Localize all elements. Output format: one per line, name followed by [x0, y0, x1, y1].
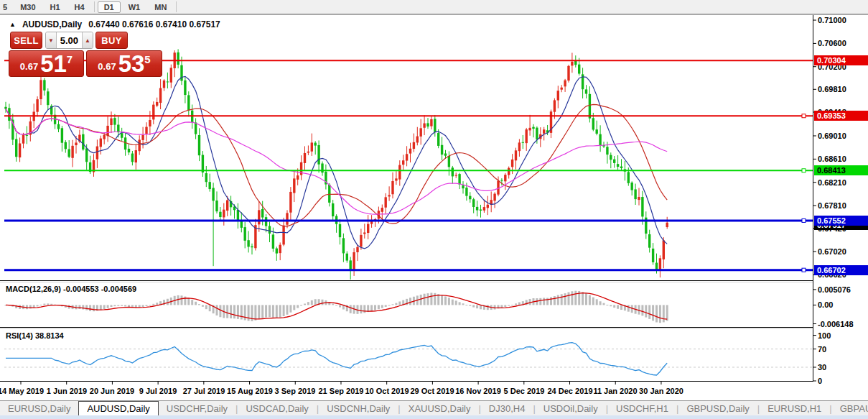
- ma-medium-line: [6, 104, 667, 226]
- tab-usdoil-daily[interactable]: USDOil,Daily: [536, 401, 606, 415]
- rsi-line: [6, 343, 667, 375]
- ma-slow-line: [6, 109, 667, 215]
- price-level-lines[interactable]: [4, 60, 813, 272]
- tab-xauusd-daily[interactable]: XAUUSD,Daily: [401, 401, 479, 415]
- tab-usdchf-h1[interactable]: USDCHF,H1: [608, 401, 676, 415]
- triangle-down-icon: ▼: [48, 37, 54, 44]
- buy-price-button[interactable]: 0.67 53 5: [86, 50, 162, 77]
- sell-button[interactable]: SELL: [10, 32, 42, 49]
- buy-price-pip: 5: [144, 53, 150, 65]
- triangle-up-icon: ▲: [85, 37, 90, 44]
- status-strip: [0, 415, 868, 419]
- collapse-panel-icon[interactable]: ▲: [9, 21, 16, 28]
- volume-value-field[interactable]: 5.00: [57, 32, 82, 48]
- sell-price-button[interactable]: 0.67 51 7: [9, 50, 84, 77]
- tab-usdcad-daily[interactable]: USDCAD,Daily: [238, 401, 316, 415]
- tab-dj30-h4[interactable]: DJ30,H4: [481, 401, 533, 415]
- tab-usdchf-daily[interactable]: USDCHF,Daily: [159, 401, 235, 415]
- sell-price-big: 51: [40, 52, 67, 75]
- volume-increase-button[interactable]: ▲: [82, 32, 93, 48]
- chart-symbol-title: AUDUSD,Daily: [22, 19, 82, 29]
- buy-button[interactable]: BUY: [95, 32, 128, 49]
- symbol-tab-bar: EURUSD,DailyAUDUSD,DailyUSDCHF,Daily|USD…: [0, 400, 868, 415]
- tab-gbpusd-daily[interactable]: GBPUSD,Daily: [678, 401, 757, 415]
- trading-platform-window: 5M30H1H4D1W1MN MACD(12,26,9) -0.004553 -…: [0, 0, 868, 419]
- volume-spinner: ▼ 5.00 ▲: [45, 32, 93, 49]
- tab-usdcnh-daily[interactable]: USDCNH,Daily: [319, 401, 398, 415]
- chart-ohlc-values: 0.67440 0.67616 0.67410 0.67517: [88, 19, 220, 29]
- sell-price-pip: 7: [67, 53, 73, 65]
- candlesticks-series: [4, 49, 668, 280]
- buy-price-prefix: 0.67: [98, 61, 116, 72]
- buy-price-big: 53: [118, 52, 145, 75]
- rsi-level-lines: [4, 349, 813, 367]
- chart-title-bar: ▲ AUDUSD,Daily 0.67440 0.67616 0.67410 0…: [9, 19, 220, 29]
- sell-price-prefix: 0.67: [20, 61, 38, 72]
- tab-gbpaud-h1[interactable]: GBPAUD,H1: [832, 401, 868, 415]
- tab-audusd-daily[interactable]: AUDUSD,Daily: [78, 401, 158, 415]
- tab-eurusd-daily[interactable]: EURUSD,Daily: [0, 401, 78, 415]
- volume-decrease-button[interactable]: ▼: [46, 32, 57, 48]
- tab-eurusd-h1[interactable]: EURUSD,H1: [760, 401, 829, 415]
